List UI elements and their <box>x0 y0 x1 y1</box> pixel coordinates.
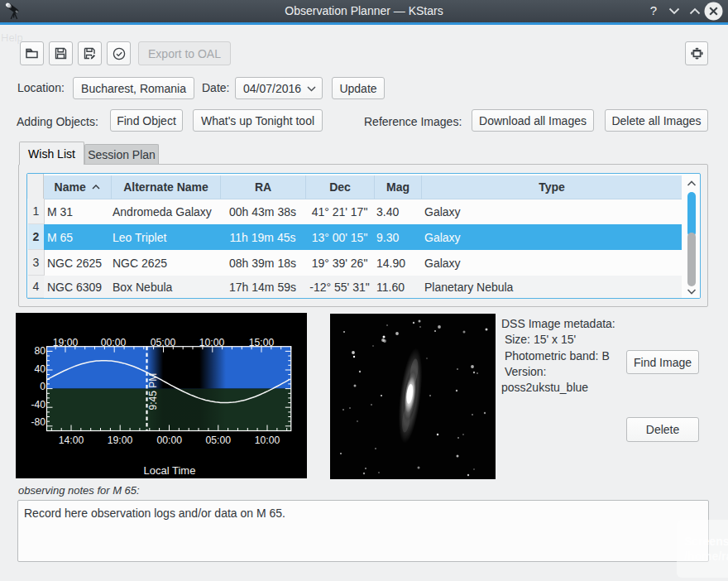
svg-text:05:00: 05:00 <box>151 337 176 348</box>
svg-text:9:45 PM: 9:45 PM <box>147 373 159 411</box>
svg-text:05:00: 05:00 <box>205 435 231 446</box>
svg-text:Local Time: Local Time <box>144 464 196 477</box>
svg-text:19:00: 19:00 <box>53 337 79 348</box>
svg-text:10:00: 10:00 <box>199 337 225 348</box>
svg-text:80: 80 <box>34 345 46 357</box>
svg-text:0: 0 <box>40 381 46 392</box>
svg-text:-40: -40 <box>31 399 46 411</box>
svg-text:15:00: 15:00 <box>249 337 275 348</box>
svg-text:-80: -80 <box>31 416 46 428</box>
svg-text:19:00: 19:00 <box>108 435 133 446</box>
svg-text:00:00: 00:00 <box>101 337 127 348</box>
svg-text:40: 40 <box>34 363 46 375</box>
svg-text:00:00: 00:00 <box>156 435 182 446</box>
svg-text:14:00: 14:00 <box>59 435 84 446</box>
svg-text:10:00: 10:00 <box>255 435 280 446</box>
